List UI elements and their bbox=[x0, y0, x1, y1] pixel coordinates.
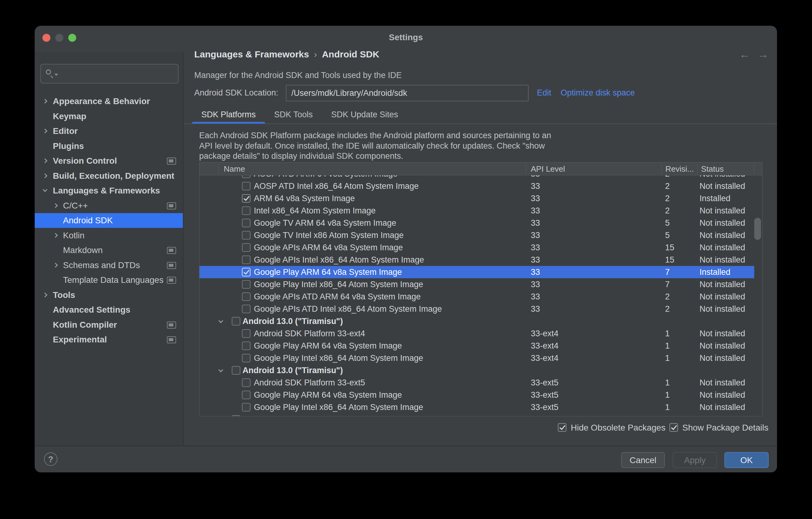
sidebar-item-template-data-languages[interactable]: Template Data Languages bbox=[35, 273, 183, 287]
table-row[interactable]: Android 13.0 ("Tiramisu") bbox=[200, 315, 754, 327]
table-scrollbar-thumb[interactable] bbox=[754, 218, 761, 240]
row-checkbox[interactable] bbox=[242, 255, 251, 264]
row-checkbox[interactable] bbox=[242, 403, 251, 411]
table-row[interactable]: Google Play Intel x86_64 Atom System Ima… bbox=[200, 278, 754, 291]
column-header-revision[interactable]: Revisi... bbox=[665, 162, 694, 175]
package-revision: 2 bbox=[665, 180, 670, 192]
chevron-right-icon[interactable] bbox=[43, 158, 48, 163]
forward-icon[interactable]: → bbox=[758, 48, 768, 61]
table-row[interactable]: Android 13.0 ("Tiramisu") bbox=[200, 364, 754, 376]
search-options-caret-icon[interactable] bbox=[54, 74, 58, 76]
chevron-right-icon[interactable] bbox=[53, 203, 58, 208]
row-checkbox[interactable] bbox=[232, 415, 240, 416]
breadcrumb-languages-frameworks[interactable]: Languages & Frameworks bbox=[194, 49, 309, 59]
help-button[interactable]: ? bbox=[44, 452, 57, 466]
sidebar-item-label: Appearance & Behavior bbox=[53, 94, 150, 109]
row-checkbox[interactable] bbox=[242, 280, 251, 289]
table-row[interactable]: Google Play ARM 64 v8a System Image33-ex… bbox=[200, 389, 754, 401]
column-header-status[interactable]: Status bbox=[701, 162, 724, 175]
sidebar-item-experimental[interactable]: Experimental bbox=[35, 332, 183, 347]
row-checkbox[interactable] bbox=[242, 378, 251, 387]
table-row[interactable]: Google Play ARM 64 v8a System Image337In… bbox=[200, 266, 754, 278]
table-row[interactable]: Google Play Intel x86_64 Atom System Ima… bbox=[200, 401, 754, 414]
table-row[interactable]: Android SDK Platform 33-ext533-ext51Not … bbox=[200, 376, 754, 389]
sidebar-item-android-sdk[interactable]: Android SDK bbox=[35, 213, 183, 228]
search-input[interactable] bbox=[61, 66, 175, 82]
row-checkbox[interactable] bbox=[242, 219, 251, 227]
row-checkbox[interactable] bbox=[232, 317, 240, 326]
chevron-right-icon[interactable] bbox=[43, 129, 48, 133]
table-row[interactable]: Google APIs ARM 64 v8a System Image3315N… bbox=[200, 241, 754, 254]
table-row[interactable]: Google Play ARM 64 v8a System Image33-ex… bbox=[200, 340, 754, 352]
ok-button[interactable]: OK bbox=[724, 452, 768, 468]
apply-button[interactable]: Apply bbox=[673, 452, 717, 468]
table-row[interactable]: ARM 64 v8a System Image332Installed bbox=[200, 192, 754, 205]
table-row[interactable]: Google APIs Intel x86_64 Atom System Ima… bbox=[200, 254, 754, 266]
sidebar-item-version-control[interactable]: Version Control bbox=[35, 154, 183, 168]
sdk-location-input[interactable] bbox=[286, 85, 529, 101]
sidebar-item-build-execution-deployment[interactable]: Build, Execution, Deployment bbox=[35, 169, 183, 183]
chevron-down-icon[interactable] bbox=[219, 318, 224, 324]
package-name: ARM 64 v8a System Image bbox=[254, 192, 355, 205]
table-row[interactable]: Google TV Intel x86 Atom System Image335… bbox=[200, 229, 754, 241]
table-row[interactable]: Intel x86_64 Atom System Image332Not ins… bbox=[200, 205, 754, 217]
row-checkbox[interactable] bbox=[242, 206, 251, 215]
sidebar-item-editor[interactable]: Editor bbox=[35, 124, 183, 139]
row-checkbox[interactable] bbox=[242, 194, 251, 203]
row-checkbox[interactable] bbox=[242, 175, 251, 178]
row-checkbox[interactable] bbox=[242, 182, 251, 190]
table-row[interactable]: AOSP ATD Intel x86_64 Atom System Image3… bbox=[200, 180, 754, 192]
cancel-button[interactable]: Cancel bbox=[621, 452, 665, 468]
sidebar-item-kotlin[interactable]: Kotlin bbox=[35, 228, 183, 243]
tab-sdk-tools[interactable]: SDK Tools bbox=[265, 107, 322, 124]
sidebar-item-markdown[interactable]: Markdown bbox=[35, 243, 183, 258]
row-checkbox[interactable] bbox=[242, 305, 251, 313]
table-row[interactable]: AOSP ATD ARM 64 v8a System Image332Not i… bbox=[200, 175, 754, 180]
row-checkbox[interactable] bbox=[242, 293, 251, 301]
table-row[interactable]: Google Play Intel x86_64 Atom System Ima… bbox=[200, 352, 754, 364]
row-checkbox[interactable] bbox=[242, 268, 251, 276]
sidebar-item-kotlin-compiler[interactable]: Kotlin Compiler bbox=[35, 317, 183, 332]
sidebar-item-tools[interactable]: Tools bbox=[35, 288, 183, 303]
tab-sdk-update-sites[interactable]: SDK Update Sites bbox=[322, 107, 408, 124]
show-package-details-checkbox[interactable] bbox=[669, 423, 678, 432]
row-checkbox[interactable] bbox=[242, 243, 251, 252]
row-checkbox[interactable] bbox=[232, 366, 240, 375]
table-row[interactable] bbox=[200, 414, 754, 416]
package-revision: 2 bbox=[665, 192, 670, 205]
sidebar-item-keymap[interactable]: Keymap bbox=[35, 109, 183, 124]
chevron-right-icon[interactable] bbox=[43, 99, 48, 104]
chevron-right-icon[interactable] bbox=[53, 233, 58, 238]
row-checkbox[interactable] bbox=[242, 329, 251, 338]
sidebar-item-languages-frameworks[interactable]: Languages & Frameworks bbox=[35, 183, 183, 198]
back-icon[interactable]: ← bbox=[739, 48, 750, 61]
sidebar-item-c-c[interactable]: C/C++ bbox=[35, 199, 183, 213]
chevron-right-icon[interactable] bbox=[43, 293, 48, 297]
edit-sdk-location-link[interactable]: Edit bbox=[537, 88, 551, 98]
tab-sdk-platforms[interactable]: SDK Platforms bbox=[192, 107, 265, 124]
breadcrumb: Languages & Frameworks›Android SDK bbox=[194, 49, 379, 61]
titlebar[interactable]: Settings bbox=[35, 26, 777, 52]
row-checkbox[interactable] bbox=[242, 231, 251, 240]
chevron-down-icon[interactable] bbox=[43, 187, 48, 192]
chevron-right-icon[interactable] bbox=[53, 263, 58, 268]
row-checkbox[interactable] bbox=[242, 354, 251, 362]
table-row[interactable]: Android SDK Platform 33-ext433-ext41Not … bbox=[200, 327, 754, 340]
chevron-right-icon[interactable] bbox=[43, 173, 48, 178]
column-header-name[interactable]: Name bbox=[224, 162, 245, 175]
optimize-disk-space-link[interactable]: Optimize disk space bbox=[560, 88, 635, 98]
row-checkbox[interactable] bbox=[242, 341, 251, 350]
table-row[interactable]: Google APIs ATD ARM 64 v8a System Image3… bbox=[200, 291, 754, 303]
package-name: Android 13.0 ("Tiramisu") bbox=[242, 364, 343, 376]
table-row[interactable]: Google TV ARM 64 v8a System Image335Not … bbox=[200, 217, 754, 229]
table-row[interactable]: Google APIs ATD Intel x86_64 Atom System… bbox=[200, 303, 754, 315]
row-checkbox[interactable] bbox=[242, 391, 251, 399]
chevron-down-icon[interactable] bbox=[219, 368, 224, 372]
column-header-api-level[interactable]: API Level bbox=[531, 162, 565, 175]
hide-obsolete-packages-checkbox[interactable] bbox=[558, 423, 567, 432]
sidebar-item-schemas-and-dtds[interactable]: Schemas and DTDs bbox=[35, 258, 183, 273]
sidebar-item-appearance-behavior[interactable]: Appearance & Behavior bbox=[35, 94, 183, 109]
sidebar-item-plugins[interactable]: Plugins bbox=[35, 139, 183, 154]
sidebar-item-advanced-settings[interactable]: Advanced Settings bbox=[35, 303, 183, 317]
settings-search[interactable] bbox=[40, 64, 179, 84]
